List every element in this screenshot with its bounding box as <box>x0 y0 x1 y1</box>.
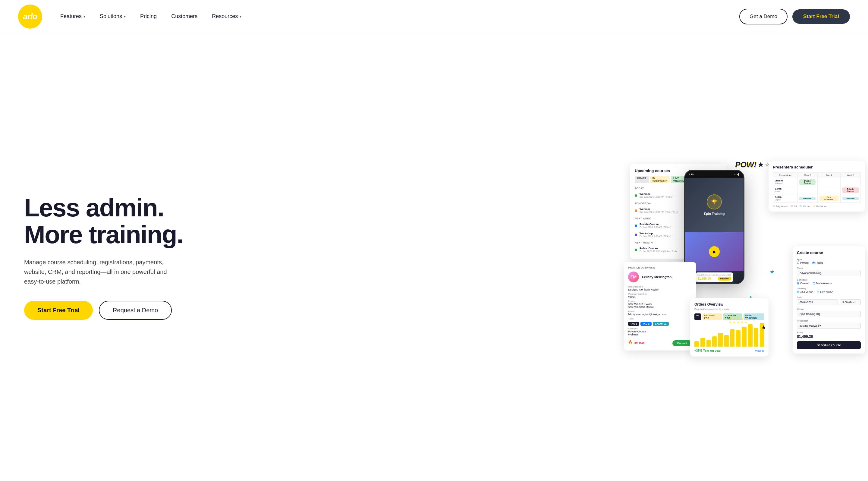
bar-1 <box>694 341 699 347</box>
scheduler-row: JustineMaxwell PublicCourse <box>773 178 861 186</box>
venue-input[interactable]: Epic Training HQ <box>797 311 861 317</box>
presenter-select[interactable]: Justine Maxwell ▾ <box>797 323 861 329</box>
growth-label: +35% Year on year <box>694 349 721 352</box>
date-field: Date 08/04/2024 9:00 AM ▾ <box>797 296 861 305</box>
price-field: Price $1,499.30 <box>797 331 861 339</box>
radio-dot-private <box>797 262 799 264</box>
view-all-link[interactable]: View all <box>755 349 764 352</box>
orders-tag-all: All <box>694 314 701 320</box>
phone-epic-label: Epic Training <box>704 212 724 216</box>
radio-online <box>817 291 819 293</box>
pow-text: POW! <box>735 160 756 169</box>
scheduler-table: Presenters Mon 2 Tue 4 Wed 5 JustineMaxw… <box>773 172 861 202</box>
profile-tag: TAG 1 <box>628 322 639 326</box>
bar-11 <box>754 328 758 347</box>
profile-avatar: FM <box>628 271 639 282</box>
nav-customers[interactable]: Customers <box>171 13 197 20</box>
schedule-oneoff-option[interactable]: One-off <box>797 282 809 285</box>
profile-header: FM Felicity Merrington <box>628 271 692 282</box>
hot-lead-indicator: 🔥 Hot lead <box>628 340 645 345</box>
trophy-icon: 🏆 <box>707 194 722 210</box>
nav-features[interactable]: Features ▾ <box>60 13 85 20</box>
schedule-multi-option[interactable]: Multi-session <box>813 282 832 285</box>
tag-draft: DRAFT <box>635 176 649 183</box>
legend-min-met: Min met <box>800 205 810 207</box>
start-trial-nav-button[interactable]: Start Free Trial <box>792 9 850 24</box>
profile-name: Felicity Merrington <box>642 275 672 279</box>
bar-2 <box>701 338 705 347</box>
col-mon: Mon 2 <box>798 173 818 178</box>
nav-solutions[interactable]: Solutions ▾ <box>100 13 126 20</box>
type-public-option[interactable]: Public <box>812 261 823 264</box>
star-deco-2: ★ <box>770 268 775 275</box>
resources-chevron-icon: ▾ <box>240 14 241 19</box>
bar-7 <box>730 329 735 347</box>
time-input[interactable]: 9:00 AM ▾ <box>840 299 861 305</box>
dots-decoration <box>730 318 747 323</box>
legend-dot <box>813 205 815 207</box>
delivery-online-option[interactable]: Live online <box>817 291 833 293</box>
legend-dot <box>773 205 775 207</box>
profile-member-field: Member number #8964 <box>628 293 692 298</box>
orders-tag-payment: PAYMENT PRO <box>702 314 722 320</box>
course-dot-green <box>635 194 637 197</box>
profile-email-field: Email felicity.merrington@designu.com <box>628 310 692 316</box>
type-field: Type Private Public <box>797 258 861 264</box>
orders-card: Orders Overview Registrations received b… <box>690 298 769 356</box>
nav-resources[interactable]: Resources ▾ <box>212 13 241 20</box>
scheduler-row: SarahJones PrivateCourse <box>773 186 861 194</box>
nav-actions: Get a Demo Start Free Trial <box>739 9 850 24</box>
get-demo-button[interactable]: Get a Demo <box>739 9 787 24</box>
type-radio-group: Private Public <box>797 261 861 264</box>
col-presenters: Presenters <box>773 173 798 178</box>
presenter-field: Presenter Justine Maxwell ▾ <box>797 319 861 329</box>
profile-tags-field: Tags TAG 1 TAG 2 EXAMPLE <box>628 317 692 326</box>
course-dot-orange <box>635 210 637 212</box>
date-input[interactable]: 08/04/2024 <box>797 299 838 305</box>
col-tue: Tue 4 <box>817 173 840 178</box>
bar-10 <box>748 324 752 347</box>
name-input[interactable]: Advanced training <box>797 270 861 276</box>
profile-name-area: Felicity Merrington <box>642 275 672 279</box>
bar-6 <box>724 335 729 347</box>
play-button-icon: ▶ <box>709 246 720 257</box>
profile-phone-field: Phone 333-755-8111 Work333-299-0000 Mobi… <box>628 300 692 309</box>
nav-pricing[interactable]: Pricing <box>140 13 157 20</box>
schedule-course-button[interactable]: Schedule course <box>797 341 861 349</box>
logo[interactable]: arlo <box>18 4 42 29</box>
orders-title: Orders Overview <box>694 302 764 307</box>
orders-subtitle: Registrations received by month <box>694 308 764 311</box>
profile-courses-field: Courses Private CourseWebinar <box>628 327 692 336</box>
start-trial-hero-button[interactable]: Start Free Trial <box>24 301 93 320</box>
schedule-field: Schedule One-off Multi-session <box>797 279 861 285</box>
radio-multi <box>813 282 815 285</box>
radio-dot-public <box>812 262 815 264</box>
legend-dot <box>800 205 802 207</box>
hero-buttons: Start Free Trial Request a Demo <box>24 301 183 320</box>
bar-4 <box>712 336 717 347</box>
request-demo-button[interactable]: Request a Demo <box>99 301 172 320</box>
profile-org-field: Organisation DesignU Northern Region <box>628 285 692 291</box>
delivery-venue-option[interactable]: At a venue <box>797 291 813 293</box>
legend-fully-booked: Fully booked <box>773 205 788 207</box>
hero-section: Less admin. More training. Manage course… <box>0 33 868 481</box>
profile-tags-row: TAG 1 TAG 2 EXAMPLE <box>628 322 692 326</box>
create-course-card: Create course Type Private Public Name A… <box>793 246 865 354</box>
register-button[interactable]: Register <box>718 277 731 281</box>
profile-section-title: Profile overview <box>628 266 692 269</box>
contact-button[interactable]: Contact <box>673 340 692 346</box>
phone-next-session: Next Running: 12th December 2022 $1,260.… <box>695 272 733 282</box>
type-private-option[interactable]: Private <box>797 261 809 264</box>
date-time-row: 08/04/2024 9:00 AM ▾ <box>797 299 861 305</box>
hero-subtitle: Manage course scheduling, registrations,… <box>24 257 181 286</box>
course-dot-green <box>635 249 637 251</box>
hot-lead-label: Hot lead <box>634 342 645 345</box>
course-info: Workshop Fri Jan 2026 9:00AM (Offline) <box>640 232 688 237</box>
bar-3 <box>707 340 711 347</box>
solutions-chevron-icon: ▾ <box>124 14 126 19</box>
profile-tag: EXAMPLE <box>653 322 669 326</box>
course-info: Webinar Sat Jun 2024 10:00AM (Online) <box>640 193 688 198</box>
hero-visual: POW! ★ ☆ Upcoming courses DRAFT IN SCHED… <box>621 155 868 359</box>
profile-card: Profile overview FM Felicity Merrington … <box>624 262 696 351</box>
legend-dot <box>790 205 793 207</box>
